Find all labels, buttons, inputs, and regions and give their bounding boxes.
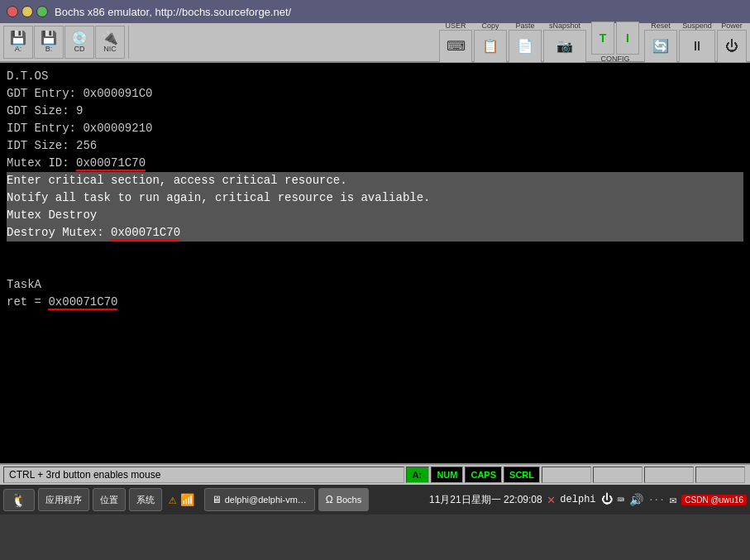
user-button[interactable]: ⌨	[439, 30, 472, 63]
line-12	[7, 259, 743, 276]
cdrom-label: CD	[74, 45, 85, 53]
reset-button[interactable]: 🔄	[644, 30, 677, 63]
power-section: Power ⏻	[717, 22, 747, 63]
title-bar: Bochs x86 emulator, http://bochs.sourcef…	[0, 0, 750, 23]
start-button[interactable]: 🐧	[3, 489, 35, 511]
email-tray-icon[interactable]: ✉	[670, 493, 676, 507]
power-label: Power	[721, 22, 743, 30]
floppy-b-label: B:	[45, 45, 53, 53]
reset-icon: 🔄	[652, 40, 669, 53]
status-slot-4	[695, 467, 745, 483]
window-title: Bochs x86 emulator, http://bochs.sourcef…	[55, 6, 291, 18]
line-10: Destroy Mutex: 0x00071C70	[7, 224, 743, 242]
bochs-label: Bochs	[337, 495, 362, 505]
wifi-icon: 📶	[180, 493, 194, 507]
system-label: 系统	[136, 494, 155, 506]
keyboard-tray-icon: ⌨	[618, 493, 624, 507]
power-button[interactable]: ⏻	[717, 30, 747, 63]
places-menu[interactable]: 位置	[93, 488, 126, 511]
info-button[interactable]: I	[616, 22, 639, 55]
reset-section: Reset 🔄	[644, 22, 677, 63]
scroll-lock-indicator: SCRL	[504, 467, 540, 483]
places-label: 位置	[100, 494, 118, 506]
volume-tray-icon[interactable]: 🔊	[629, 493, 643, 507]
status-bar: CTRL + 3rd button enables mouse A: NUM C…	[0, 463, 750, 485]
csdn-label: CSDN @uwu16	[685, 495, 743, 505]
minimize-button[interactable]	[21, 6, 33, 17]
paste-section: Paste 📄	[509, 22, 542, 63]
window-controls	[7, 6, 48, 17]
close-icon: ✕	[547, 491, 556, 508]
close-button[interactable]	[7, 6, 18, 17]
copy-label: Copy	[481, 22, 499, 30]
line-11	[7, 242, 743, 259]
line-6: Mutex ID: 0x00071C70	[7, 155, 743, 172]
status-slot-2	[593, 467, 643, 483]
nic-button[interactable]: 🔌 NIC	[95, 26, 125, 59]
floppy-a-icon: 💾	[10, 31, 26, 45]
floppy-b-icon: 💾	[41, 31, 57, 45]
line-2: GDT Entry: 0x000091C0	[7, 85, 743, 103]
suspend-section: Suspend ⏸	[679, 22, 715, 63]
line-7: Enter critical section, access critical …	[7, 172, 743, 189]
copy-button[interactable]: 📋	[474, 30, 507, 63]
floppy-a-label: A:	[15, 45, 22, 53]
warning-icon: ⚠	[169, 491, 177, 508]
nic-label: NIC	[103, 45, 117, 53]
apps-label: 应用程序	[45, 494, 82, 506]
user-label: USER	[445, 22, 466, 30]
floppy-a-button[interactable]: 💾 A:	[3, 26, 33, 59]
floppy-b-button[interactable]: 💾 B:	[34, 26, 64, 59]
power-tray-icon[interactable]: ⏻	[601, 493, 613, 506]
cdrom-icon: 💿	[71, 31, 88, 45]
paste-button[interactable]: 📄	[509, 30, 542, 63]
suspend-button[interactable]: ⏸	[679, 30, 715, 63]
line-8: Notify all task to run again, critical r…	[7, 189, 743, 207]
line-3: GDT Size: 9	[7, 103, 743, 120]
line-5: IDT Size: 256	[7, 137, 743, 155]
maximize-button[interactable]	[36, 6, 48, 17]
emulator-screen[interactable]: D.T.OS GDT Entry: 0x000091C0 GDT Size: 9…	[0, 63, 750, 463]
paste-label: Paste	[515, 22, 534, 30]
start-icon: 🐧	[11, 492, 27, 508]
line-9: Mutex Destroy	[7, 207, 743, 224]
config-label: CONFIG	[601, 55, 630, 63]
line-13: TaskA	[7, 276, 743, 294]
bochs-icon: Ω	[326, 494, 333, 505]
toolbar: 💾 A: 💾 B: 💿 CD 🔌 NIC USER ⌨ Copy 📋	[0, 23, 750, 63]
csdn-badge: CSDN @uwu16	[681, 495, 747, 505]
paste-icon: 📄	[517, 40, 533, 53]
line-4: IDT Entry: 0x00009210	[7, 120, 743, 137]
suspend-icon: ⏸	[690, 40, 704, 53]
copy-section: Copy 📋	[474, 22, 507, 63]
system-menu[interactable]: 系统	[129, 488, 162, 511]
copy-icon: 📋	[482, 40, 499, 53]
datetime: 11月21日星期一 22:09:08	[429, 493, 542, 507]
nic-icon: 🔌	[102, 31, 118, 45]
status-slot-1	[542, 467, 591, 483]
status-slot-3	[644, 467, 694, 483]
apps-menu[interactable]: 应用程序	[38, 488, 89, 511]
text-button[interactable]: T	[591, 22, 614, 55]
suspend-label: Suspend	[682, 22, 712, 30]
caps-lock-indicator: CAPS	[465, 467, 502, 483]
terminal-label: delphi@delphi-vm: /mnt...	[225, 495, 308, 505]
user-icon: ⌨	[447, 40, 466, 53]
bochs-window-button[interactable]: Ω Bochs	[318, 488, 370, 511]
user-section: USER ⌨	[439, 22, 472, 63]
taskbar: 🐧 应用程序 位置 系统 ⚠ 📶 🖥 delphi@delphi-vm: /mn…	[0, 485, 750, 515]
terminal-window-button[interactable]: 🖥 delphi@delphi-vm: /mnt...	[204, 488, 315, 511]
reset-label: Reset	[651, 22, 671, 30]
snapshot-icon: 📷	[557, 40, 573, 53]
toolbar-right: USER ⌨ Copy 📋 Paste 📄 sNapshot 📷	[439, 22, 747, 63]
cdrom-button[interactable]: 💿 CD	[64, 26, 94, 59]
drive-group: 💾 A: 💾 B: 💿 CD 🔌 NIC	[3, 26, 129, 59]
line-1: D.T.OS	[7, 68, 743, 85]
drive-a-indicator: A:	[406, 467, 429, 483]
mutex-id-value: 0x00071C70	[76, 156, 146, 171]
snapshot-button[interactable]: 📷	[543, 30, 586, 63]
snapshot-label: sNapshot	[549, 22, 580, 30]
terminal-icon: 🖥	[212, 494, 222, 505]
username: delphi	[560, 494, 595, 505]
power-icon: ⏻	[725, 40, 738, 53]
